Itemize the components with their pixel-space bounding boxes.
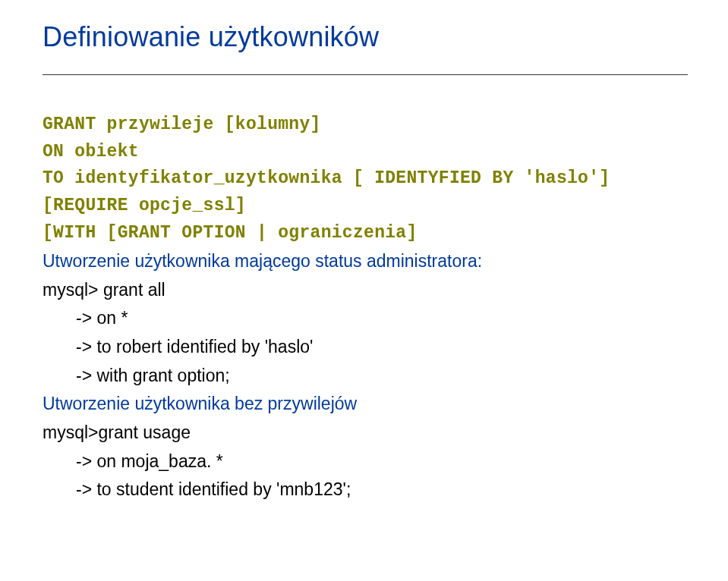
section2-line-2: -> on moja_baza. * <box>43 448 685 476</box>
syntax-line-4: [REQUIRE opcje_ssl] <box>43 193 685 220</box>
syntax-line-5: [WITH [GRANT OPTION | ograniczenia] <box>43 220 685 247</box>
section2-line-1: mysql>grant usage <box>43 419 685 447</box>
syntax-line-1: GRANT przywileje [kolumny] <box>43 111 685 139</box>
section1-line-1: mysql> grant all <box>43 277 685 304</box>
syntax-line-2: ON obiekt <box>43 139 685 166</box>
section1-line-4: -> with grant option; <box>43 363 685 390</box>
section1-line-3: -> to robert identified by 'haslo' <box>43 334 685 361</box>
title-rule <box>43 74 688 75</box>
syntax-line-3: TO identyfikator_uzytkownika [ IDENTYFIE… <box>43 165 685 193</box>
slide: Definiowanie użytkowników GRANT przywile… <box>0 0 728 581</box>
section2-heading: Utworzenie użytkownika bez przywilejów <box>43 391 685 418</box>
section1-heading: Utworzenie użytkownika mającego status a… <box>43 248 685 275</box>
content-block: GRANT przywileje [kolumny] ON obiekt TO … <box>43 111 685 504</box>
page-title: Definiowanie użytkowników <box>43 21 685 53</box>
section1-line-2: -> on * <box>43 305 685 332</box>
section2-line-3: -> to student identified by 'mnb123'; <box>43 476 685 504</box>
